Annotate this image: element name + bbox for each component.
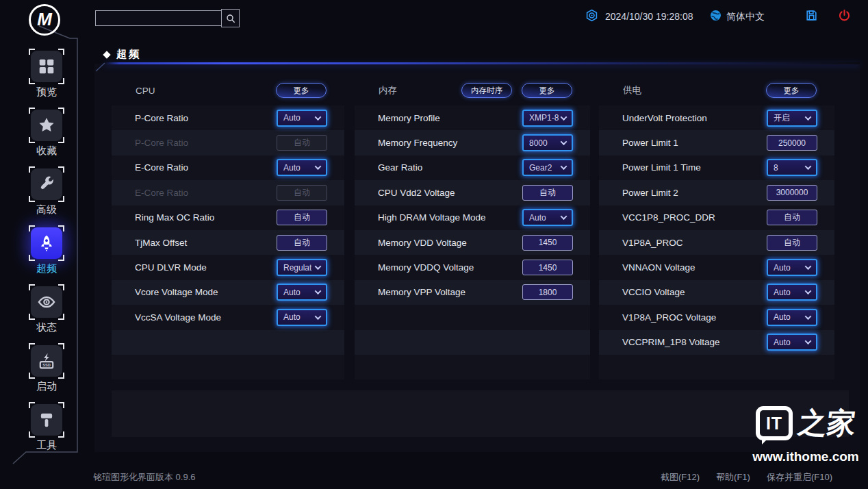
vcc1p8-proc-ddr-label: VCC1P8_PROC_DDR xyxy=(622,212,715,223)
chevron-down-icon xyxy=(561,114,567,121)
power-limit-1-time-label: Power Limit 1 Time xyxy=(622,162,701,173)
vnnaon-voltage-select[interactable]: Auto xyxy=(767,259,817,276)
setting-row-ring-max-oc-ratio: Ring Max OC Ratio自动 xyxy=(112,205,344,230)
memory-vddq-voltage-input[interactable]: 1450 xyxy=(522,260,573,275)
memory-frequency-select[interactable]: 8000 xyxy=(522,134,573,151)
gear-ratio-select[interactable]: Gear2 xyxy=(522,159,573,176)
chevron-down-icon xyxy=(315,313,322,320)
memory-vdd-voltage-input[interactable]: 1450 xyxy=(522,235,573,251)
brand-logo: M xyxy=(29,4,60,36)
setting-row-p-core-ratio: P-Core RatioAuto xyxy=(112,105,344,130)
column-title: 内存 xyxy=(379,84,397,97)
vccio-voltage-label: VCCIO Voltage xyxy=(622,287,685,297)
settings-column-setting: 内存内存时序更多Memory ProfileXMP1-8Memory Frequ… xyxy=(355,81,590,379)
sidebar-item-启动[interactable]: SSD启动 xyxy=(15,345,78,393)
chevron-down-icon xyxy=(315,288,322,295)
setting-row-undervolt-protection: UnderVolt Protection开启 xyxy=(599,105,834,130)
sidebar-item-label: 启动 xyxy=(36,380,57,393)
chevron-down-icon xyxy=(315,263,322,270)
ithome-logo-suffix: 之家 xyxy=(796,404,858,442)
sidebar-item-label: 状态 xyxy=(36,321,57,334)
cpu-dlvr-mode-select[interactable]: Regulat xyxy=(277,259,327,276)
chevron-down-icon xyxy=(561,164,567,171)
rocket-icon xyxy=(31,227,62,259)
high-dram-voltage-mode-select[interactable]: Auto xyxy=(522,209,573,226)
sidebar-item-超频[interactable]: 超频 xyxy=(15,227,78,275)
power-limit-1-input[interactable]: 250000 xyxy=(767,135,817,151)
search-box xyxy=(95,9,240,27)
vcc1p8-proc-ddr-input[interactable]: 自动 xyxy=(767,210,817,225)
e-core-ratio-select[interactable]: Auto xyxy=(277,159,327,176)
setting-row-v1p8a-proc: V1P8A_PROC自动 xyxy=(599,230,834,255)
chevron-down-icon xyxy=(805,263,812,270)
empty-row xyxy=(599,355,834,379)
ring-max-oc-ratio-input[interactable]: 自动 xyxy=(277,210,327,225)
boot-ssd-icon: SSD xyxy=(31,345,62,377)
wrench-icon xyxy=(31,168,62,200)
setting-row-p-core-ratio: P-Core Ratio自动 xyxy=(112,130,344,155)
power-icon[interactable] xyxy=(838,9,851,22)
sidebar-item-预览[interactable]: 预览 xyxy=(15,51,78,99)
search-input[interactable] xyxy=(95,10,221,26)
power-limit-2-input[interactable]: 3000000 xyxy=(767,185,817,201)
more-button[interactable]: 更多 xyxy=(766,83,817,98)
setting-row-vcc1p8-proc-ddr: VCC1P8_PROC_DDR自动 xyxy=(599,205,834,230)
setting-row-memory-profile: Memory ProfileXMP1-8 xyxy=(355,105,590,130)
sidebar-item-高级[interactable]: 高级 xyxy=(15,168,78,216)
v1p8a-proc-voltage-label: V1P8A_PROC Voltage xyxy=(622,312,716,323)
save-restart-action[interactable]: 保存并重启(F10) xyxy=(767,471,832,484)
globe-icon xyxy=(709,9,722,22)
sidebar-item-收藏[interactable]: 收藏 xyxy=(15,110,78,158)
p-core-ratio-select[interactable]: Auto xyxy=(277,110,327,127)
vnnaon-voltage-label: VNNAON Voltage xyxy=(622,262,695,273)
empty-row xyxy=(355,330,590,355)
grid-icon xyxy=(31,51,62,82)
cpu-vdd2-voltage-input[interactable]: 自动 xyxy=(522,185,573,201)
memory-profile-label: Memory Profile xyxy=(378,113,440,123)
more-button[interactable]: 更多 xyxy=(522,83,572,98)
power-limit-2-label: Power Limit 2 xyxy=(622,188,678,198)
more-button[interactable]: 更多 xyxy=(276,83,327,98)
page-title: 超频 xyxy=(116,48,141,61)
v1p8a-proc-input[interactable]: 自动 xyxy=(767,235,817,251)
language-label[interactable]: 简体中文 xyxy=(726,11,765,23)
cpu-dlvr-mode-label: CPU DLVR Mode xyxy=(135,262,207,273)
vcore-voltage-mode-label: Vcore Voltage Mode xyxy=(135,287,218,297)
empty-row xyxy=(355,355,590,379)
memory-profile-select[interactable]: XMP1-8 xyxy=(522,110,573,127)
help-action[interactable]: 帮助(F1) xyxy=(716,471,750,484)
save-icon[interactable] xyxy=(805,9,818,22)
ring-max-oc-ratio-label: Ring Max OC Ratio xyxy=(135,212,214,223)
p-core-ratio-input-disabled: 自动 xyxy=(277,135,327,151)
p-core-ratio-label: P-Core Ratio xyxy=(135,113,188,123)
vccprim-1p8-voltage-select[interactable]: Auto xyxy=(767,334,817,351)
vccio-voltage-select[interactable]: Auto xyxy=(767,284,817,301)
v1p8a-proc-label: V1P8A_PROC xyxy=(622,238,683,248)
sidebar-item-工具[interactable]: 工具 xyxy=(15,404,78,452)
screenshot-action[interactable]: 截图(F12) xyxy=(661,471,700,484)
search-button[interactable] xyxy=(221,9,240,27)
memory-vdd-voltage-label: Memory VDD Voltage xyxy=(378,238,467,248)
memory-frequency-label: Memory Frequency xyxy=(378,138,457,148)
memory-vpp-voltage-input[interactable]: 1800 xyxy=(522,284,573,300)
vccsa-voltage-mode-select[interactable]: Auto xyxy=(277,309,327,326)
sidebar-item-状态[interactable]: 状态 xyxy=(15,286,78,334)
setting-row-vnnaon-voltage: VNNAON VoltageAuto xyxy=(599,255,834,279)
tjmax-offset-label: TjMax Offset xyxy=(135,238,187,248)
sidebar-item-label: 收藏 xyxy=(36,145,57,158)
chevron-down-icon xyxy=(805,288,812,295)
vcore-voltage-mode-select[interactable]: Auto xyxy=(277,284,327,301)
cpu-vdd2-voltage-label: CPU Vdd2 Voltage xyxy=(378,188,455,198)
e-core-ratio-input-disabled: 自动 xyxy=(277,185,327,201)
undervolt-protection-select[interactable]: 开启 xyxy=(767,110,817,127)
setting-row-power-limit-2: Power Limit 23000000 xyxy=(599,180,834,205)
memory-timing-button[interactable]: 内存时序 xyxy=(461,83,512,98)
power-limit-1-time-select[interactable]: 8 xyxy=(767,159,817,176)
setting-row-vccsa-voltage-mode: VccSA Voltage ModeAuto xyxy=(112,305,344,329)
bios-screen: M 2024/10/30 19:28:08 简体中文 预览收藏高级超频状态SSD… xyxy=(0,0,868,489)
setting-row-cpu-vdd2-voltage: CPU Vdd2 Voltage自动 xyxy=(355,180,590,205)
chevron-down-icon xyxy=(805,338,812,344)
tjmax-offset-input[interactable]: 自动 xyxy=(277,235,327,251)
v1p8a-proc-voltage-select[interactable]: Auto xyxy=(767,309,817,326)
chevron-down-icon xyxy=(561,138,567,145)
